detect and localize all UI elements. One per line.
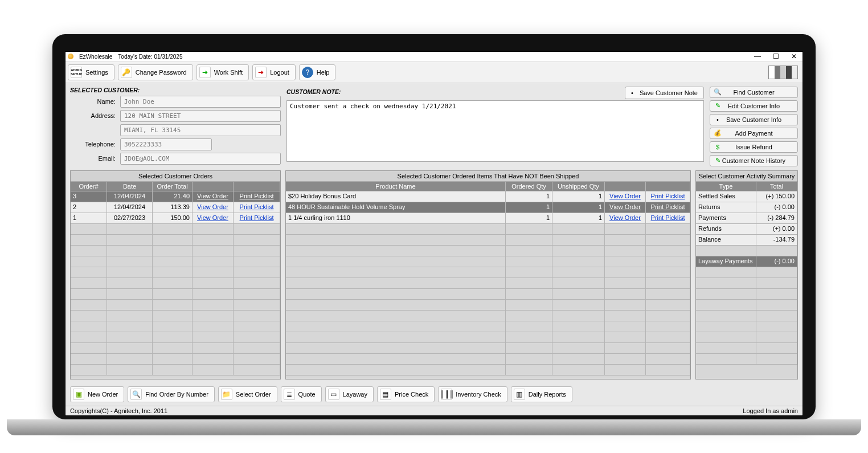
print-picklist-link[interactable]: Print Picklist [236, 193, 277, 199]
view-order-link[interactable]: View Order [607, 193, 643, 199]
new-order-button[interactable]: ▣New Order [70, 386, 124, 402]
maximize-button[interactable]: ☐ [769, 52, 782, 60]
print-picklist-link[interactable]: Print Picklist [648, 203, 687, 210]
col-print [234, 182, 280, 191]
col-total-sum: Total [756, 182, 797, 191]
pencil-icon: ✎ [714, 102, 722, 109]
report-icon: ▥ [514, 389, 525, 400]
save-customer-button[interactable]: •Save Customer Info [710, 114, 798, 125]
view-order-link[interactable]: View Order [195, 203, 231, 210]
work-shift-label: Work Shift [214, 69, 243, 76]
bottom-toolbar: ▣New Order 🔍Find Order By Number 📁Select… [65, 383, 803, 406]
logout-label: Logout [270, 69, 289, 76]
help-label: Help [317, 69, 330, 76]
save-note-label: Save Customer Note [640, 89, 698, 96]
col-order-num: Order# [71, 182, 107, 191]
col-product: Product Name [286, 182, 506, 191]
customer-actions: 🔍Find Customer ✎Edit Customer Info •Save… [710, 87, 798, 166]
summary-panel-title: Select Customer Activity Summary [696, 171, 797, 182]
save-icon: • [628, 89, 636, 97]
col-unshipped-qty: Unshipped Qty [552, 182, 605, 191]
print-picklist-link[interactable]: Print Picklist [648, 214, 687, 221]
name-field[interactable] [120, 96, 281, 108]
select-order-button[interactable]: 📁Select Order [218, 386, 277, 402]
save-customer-note-button[interactable]: • Save Customer Note [625, 87, 704, 99]
issue-refund-button[interactable]: $Issue Refund [710, 141, 798, 153]
search-icon: 🔍 [714, 88, 722, 96]
admin-setup-icon: ADMINSETUP [71, 67, 82, 78]
col-view2 [605, 182, 646, 191]
quote-icon: ≣ [284, 389, 295, 400]
orders-panel-title: Selected Customer Orders [71, 171, 280, 182]
arrow-right-red-icon: ➔ [255, 67, 267, 78]
title-bar: EzWholesale Today's Date: 01/31/2025 — ☐… [65, 52, 803, 62]
settings-label: Settings [85, 69, 108, 76]
customer-note-heading: CUSTOMER NOTE: [286, 88, 341, 95]
col-view [193, 182, 234, 191]
help-icon: ? [302, 67, 313, 78]
col-type: Type [696, 182, 756, 191]
col-date: Date [107, 182, 153, 191]
copyright-text: Copyrights(C) - Agnitech, Inc. 2011 [70, 407, 167, 414]
disk-icon: • [714, 116, 722, 123]
address2-field[interactable] [120, 124, 281, 136]
barcode-icon: ║║║ [441, 389, 452, 400]
telephone-field[interactable] [120, 138, 212, 150]
view-order-link[interactable]: View Order [195, 214, 231, 221]
edit-customer-button[interactable]: ✎Edit Customer Info [710, 100, 798, 112]
quote-button[interactable]: ≣Quote [281, 386, 322, 402]
address1-field[interactable] [120, 110, 281, 122]
app-title: EzWholesale [79, 54, 112, 60]
view-order-link[interactable]: View Order [195, 193, 231, 199]
new-order-icon: ▣ [73, 389, 84, 400]
print-picklist-link[interactable]: Print Picklist [236, 214, 277, 221]
cash-icon: $ [714, 144, 722, 150]
telephone-label: Telephone: [70, 141, 116, 148]
email-field[interactable] [120, 153, 281, 165]
app-icon [68, 54, 73, 59]
orders-panel: Selected Customer Orders Order# Date Ord… [70, 170, 281, 379]
view-order-link[interactable]: View Order [607, 203, 643, 210]
work-shift-button[interactable]: ➔ Work Shift [196, 64, 249, 80]
minimize-button[interactable]: — [751, 52, 764, 60]
selected-customer-heading: SELECTED CUSTOMER: [70, 87, 281, 93]
login-status: Logged In as admin [743, 407, 798, 414]
color-palette[interactable] [768, 66, 798, 79]
key-icon: 🔑 [121, 67, 132, 78]
today-date: Today's Date: 01/31/2025 [118, 54, 182, 60]
find-order-button[interactable]: 🔍Find Order By Number [128, 386, 215, 402]
inventory-check-button[interactable]: ║║║Inventory Check [438, 386, 507, 402]
main-toolbar: ADMINSETUP Settings 🔑 Change Password ➔ … [65, 62, 803, 83]
selected-customer-section: SELECTED CUSTOMER: Name: Address: Teleph… [70, 87, 281, 167]
daily-reports-button[interactable]: ▥Daily Reports [511, 386, 572, 402]
col-ordered-qty: Ordered Qty [506, 182, 552, 191]
view-order-link[interactable]: View Order [607, 214, 643, 221]
find-customer-button[interactable]: 🔍Find Customer [710, 87, 798, 98]
customer-note-section: CUSTOMER NOTE: • Save Customer Note [286, 87, 704, 162]
customer-note-textarea[interactable] [286, 100, 704, 162]
unshipped-panel: Selected Customer Ordered Items That Hav… [285, 170, 691, 379]
arrow-right-green-icon: ➔ [199, 67, 211, 78]
name-label: Name: [70, 98, 116, 105]
help-button[interactable]: ? Help [299, 64, 336, 80]
settings-button[interactable]: ADMINSETUP Settings [68, 64, 114, 80]
note-history-button[interactable]: ✎Customer Note History [710, 155, 798, 166]
print-picklist-link[interactable]: Print Picklist [648, 193, 687, 199]
email-label: Email: [70, 155, 116, 162]
price-check-button[interactable]: ▤Price Check [377, 386, 435, 402]
address-label: Address: [70, 112, 116, 119]
close-button[interactable]: ✕ [788, 52, 800, 60]
layaway-button[interactable]: ▭Layaway [325, 386, 374, 402]
change-password-button[interactable]: 🔑 Change Password [118, 64, 193, 80]
unshipped-panel-title: Selected Customer Ordered Items That Hav… [286, 171, 690, 182]
add-payment-button[interactable]: 💰Add Payment [710, 128, 798, 139]
logout-button[interactable]: ➔ Logout [252, 64, 296, 80]
print-picklist-link[interactable]: Print Picklist [236, 203, 277, 210]
layaway-icon: ▭ [328, 389, 339, 400]
folder-icon: 📁 [221, 389, 232, 400]
summary-panel: Select Customer Activity Summary Type To… [695, 170, 798, 379]
money-icon: 💰 [714, 129, 722, 137]
price-icon: ▤ [380, 389, 391, 400]
change-password-label: Change Password [136, 69, 187, 76]
binoculars-icon: 🔍 [130, 389, 142, 400]
